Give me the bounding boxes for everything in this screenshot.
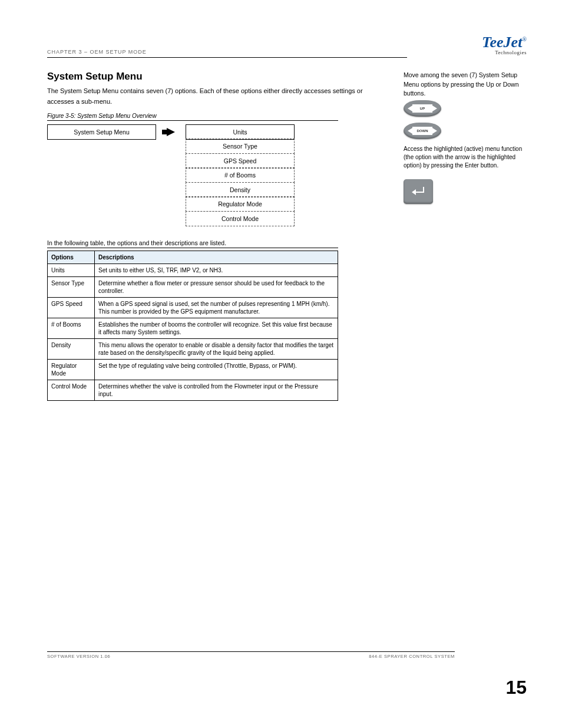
arrow-right-icon [167,128,175,136]
sidebar-move-text: Move among the seven (7) System Setup Me… [404,71,527,98]
menu-item-box: Regulator Mode [186,196,295,212]
intro-text: The System Setup Menu contains seven (7)… [47,86,389,106]
table-row: GPS SpeedWhen a GPS speed signal is used… [48,297,338,318]
menu-item-box: Control Mode [186,211,295,226]
brand-logo: TeeJet® Technologies [482,35,527,55]
menu-item-box: Units [186,124,295,140]
table-caption: In the following table, the options and … [47,239,338,248]
table-row: UnitsSet units to either US, SI, TRF, IM… [48,263,338,276]
table-row: DensityThis menu allows the operator to … [48,338,338,359]
table-row: Control ModeDetermines whether the valve… [48,380,338,400]
header-rule [47,57,407,58]
menu-diagram: System Setup Menu Units Sensor Type GPS … [47,124,389,226]
up-button-icon: UP [404,100,441,117]
section-title: System Setup Menu [47,71,389,83]
figure-caption: Figure 3-5: System Setup Menu Overview [47,113,338,121]
page-number: 15 [47,677,527,699]
menu-item-box: Density [186,182,295,197]
chapter-label: CHAPTER 3 – OEM SETUP MODE [47,49,147,55]
menu-root-box: System Setup Menu [47,124,156,140]
menu-item-box: # of Booms [186,167,295,183]
footer-right: 844-E SPRAYER CONTROL SYSTEM [369,654,455,659]
menu-item-box: GPS Speed [186,153,295,169]
menu-item-box: Sensor Type [186,139,295,154]
th-desc: Descriptions [95,251,338,263]
options-table: Options Descriptions UnitsSet units to e… [47,251,338,401]
table-row: Regulator ModeSet the type of regulating… [48,359,338,380]
table-row: # of BoomsEstablishes the number of boom… [48,318,338,338]
enter-button-icon [404,179,433,204]
footer-left: SOFTWARE VERSION 1.06 [47,654,369,659]
table-row: Sensor TypeDetermine whether a flow mete… [48,276,338,297]
sidebar-access-text: Access the highlighted (active) menu fun… [404,145,527,170]
down-button-icon: DOWN [404,123,441,139]
page-footer: SOFTWARE VERSION 1.06 844-E SPRAYER CONT… [47,651,527,699]
th-options: Options [48,251,95,263]
